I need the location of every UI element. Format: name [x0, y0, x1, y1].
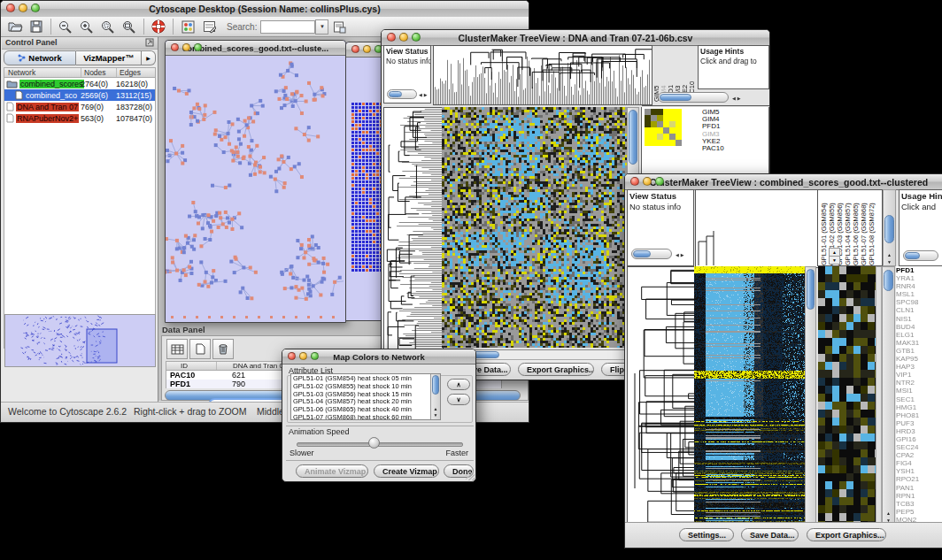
animate-vizmap-button[interactable]: Animate Vizmap: [296, 464, 368, 478]
col-edges[interactable]: Edges: [116, 68, 141, 77]
scroll-down-icon[interactable]: ▼: [884, 259, 895, 265]
document-icon: [6, 102, 14, 111]
close-button[interactable]: [6, 4, 15, 12]
close-button[interactable]: [387, 33, 396, 42]
network-row-selected[interactable]: combined_sco 2569(6) 13112(15): [4, 89, 155, 101]
scroll-up-icon[interactable]: ▲: [431, 406, 440, 412]
network-view-canvas[interactable]: [166, 56, 344, 321]
new-attribute-icon[interactable]: [189, 339, 211, 359]
tab-vizmapper[interactable]: VizMapper™: [76, 50, 142, 65]
zoom-selected-icon[interactable]: [97, 18, 119, 35]
data-panel-title: Data Panel: [162, 325, 205, 334]
tv2-zoom-heatmap-canvas[interactable]: [818, 266, 876, 525]
tv2-label-vscrollbar[interactable]: ▲ ▼: [883, 189, 896, 266]
tv2-titlebar[interactable]: ClusterMaker TreeView : combined_scores_…: [625, 174, 942, 190]
network-row-rnapuber[interactable]: RNAPuberNov2+ 563(0) 107847(0): [4, 112, 155, 124]
tv1-column-dendrogram-canvas[interactable]: [433, 45, 652, 105]
minimize-button[interactable]: [643, 177, 652, 186]
save-data-button[interactable]: Save Data...: [741, 528, 799, 541]
tv1-heatmap-canvas[interactable]: [442, 107, 627, 348]
tv2-row-dendrogram-canvas[interactable]: [627, 266, 696, 526]
zoom-button[interactable]: [194, 43, 202, 51]
tv2-heatmap-vscrollbar[interactable]: [805, 266, 816, 525]
float-panel-icon[interactable]: [145, 38, 154, 50]
attribute-list[interactable]: GPL51-01 (GSM854) heat shock 05 minGPL51…: [290, 373, 441, 420]
export-graphics-button[interactable]: Export Graphics...: [807, 528, 886, 541]
attribute-list-scrollbar[interactable]: ▲ ▼: [430, 374, 440, 419]
move-up-button[interactable]: ∧: [447, 379, 470, 390]
gene-label: PUF3: [896, 419, 942, 427]
col-id[interactable]: ID: [181, 362, 188, 370]
create-network-icon[interactable]: [177, 18, 198, 35]
tv2-column-dendrogram-canvas[interactable]: [695, 189, 819, 268]
zoom-out-icon[interactable]: [55, 18, 76, 35]
export-graphics-button[interactable]: Export Graphics...: [518, 363, 594, 376]
search-config-icon[interactable]: [328, 18, 350, 35]
window-controls: [351, 45, 382, 53]
tv2-heatmap-canvas[interactable]: [694, 266, 805, 525]
help-lifebuoy-icon[interactable]: [148, 18, 169, 35]
matrix-cell: [651, 140, 657, 146]
scroll-up-icon[interactable]: ▲: [884, 252, 895, 258]
minimize-button[interactable]: [182, 43, 190, 51]
save-icon[interactable]: [26, 18, 47, 35]
close-button[interactable]: [171, 43, 179, 51]
scroll-arrows-icon[interactable]: ◀▶: [732, 96, 743, 101]
network-row-dna-tran[interactable]: DNA and Tran 07 769(0) 183728(0): [4, 101, 155, 112]
minimize-button[interactable]: [363, 45, 371, 53]
usage-hints-scrollbar[interactable]: [903, 250, 938, 261]
tv2-gene-list[interactable]: PFD1YRA1RNR4MSL1SPC98CLN1NIS1BUD4ELG1MAK…: [896, 266, 942, 525]
network-window-titlebar[interactable]: combined_scores_good.txt--cluste...: [166, 41, 345, 56]
usage-hints-text: Click and drag to: [699, 56, 768, 65]
dialog-titlebar[interactable]: Map Colors to Network: [282, 349, 475, 364]
col-nodes[interactable]: Nodes: [81, 68, 106, 77]
animation-speed-slider-thumb[interactable]: [368, 437, 380, 449]
zoom-button[interactable]: [655, 177, 664, 186]
search-input[interactable]: [260, 20, 315, 34]
scroll-arrows-icon[interactable]: ◀▶: [676, 252, 686, 257]
matrix-cell: [676, 127, 682, 134]
settings-button[interactable]: Settings...: [679, 528, 734, 541]
tv1-row-dendrogram-canvas[interactable]: [383, 107, 444, 349]
minimize-button[interactable]: [19, 4, 27, 12]
delete-attribute-trash-icon[interactable]: [212, 339, 234, 359]
tv1-titlebar[interactable]: ClusterMaker TreeView : DNA and Tran 07-…: [382, 30, 769, 46]
close-button[interactable]: [288, 352, 296, 360]
zoom-button[interactable]: [412, 33, 421, 42]
close-button[interactable]: [351, 45, 359, 53]
attribute-item: GPL51-07 (GSM868) heat shock 60 min: [293, 414, 429, 420]
zoom-fit-icon[interactable]: [119, 18, 140, 35]
matrix-cell: [645, 115, 651, 121]
main-titlebar[interactable]: Cytoscape Desktop (Session Name: collins…: [1, 1, 529, 18]
minimize-button[interactable]: [399, 33, 408, 42]
annotation-icon[interactable]: [198, 18, 220, 35]
view-status-scrollbar[interactable]: [631, 249, 672, 259]
close-button[interactable]: [630, 177, 639, 186]
view-status-scrollbar[interactable]: [387, 89, 417, 99]
animation-speed-slider-track[interactable]: [297, 442, 463, 447]
network-grid-canvas[interactable]: [351, 103, 383, 272]
open-file-icon[interactable]: [4, 18, 26, 35]
scroll-down-icon[interactable]: ▼: [431, 412, 440, 418]
birdseye-view-canvas[interactable]: [4, 314, 156, 367]
tv2-gene-vscrollbar[interactable]: ▲ ▼: [882, 266, 895, 525]
search-dropdown-arrow-icon[interactable]: ▼: [315, 19, 328, 35]
tv1-mini-heatmap[interactable]: [645, 109, 682, 146]
scroll-up-icon[interactable]: ▲: [883, 510, 894, 517]
slower-label: Slower: [290, 449, 314, 457]
zoom-in-icon[interactable]: [76, 18, 97, 35]
resize-grip[interactable]: [466, 472, 475, 480]
zoom-button[interactable]: [31, 4, 40, 12]
tv1-global-scrollbar[interactable]: [658, 92, 729, 103]
tab-network[interactable]: Network: [4, 50, 76, 65]
create-vizmap-button[interactable]: Create Vizmap: [374, 464, 439, 478]
scroll-arrows-icon[interactable]: ◀▶: [419, 92, 429, 97]
scroll-down-icon[interactable]: ▼: [829, 256, 840, 265]
network-row-combined-scores[interactable]: combined_scores 2764(0) 16218(0): [4, 78, 155, 89]
minimize-button[interactable]: [299, 352, 307, 360]
attribute-table-icon[interactable]: [166, 339, 188, 359]
col-network[interactable]: Network: [8, 68, 35, 77]
tab-overflow-button[interactable]: ▶: [142, 50, 156, 65]
move-down-button[interactable]: ∨: [447, 394, 470, 405]
zoom-button[interactable]: [311, 352, 319, 360]
